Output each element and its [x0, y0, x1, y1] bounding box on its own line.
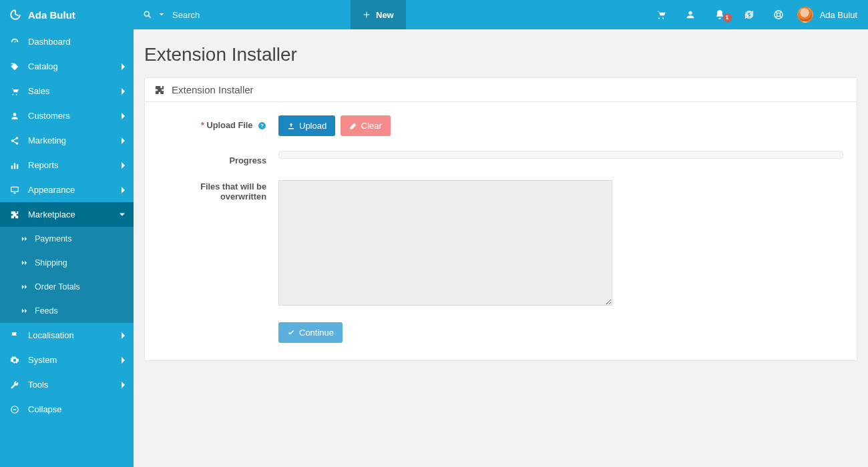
sidebar-item-customers[interactable]: Customers: [0, 103, 134, 128]
overwrite-label: Files that will be overwritten: [158, 180, 278, 201]
topbar-icons: 1: [646, 0, 793, 29]
upload-button[interactable]: Upload: [278, 115, 335, 136]
sidebar-submenu-marketplace: Payments Shipping Order Totals Feeds: [0, 227, 134, 323]
refresh-icon: [744, 9, 754, 20]
shopping-cart-icon: [656, 9, 666, 20]
check-icon: [287, 329, 295, 337]
notifications-button[interactable]: 1: [705, 9, 734, 20]
new-button[interactable]: New: [351, 0, 406, 29]
chevron-right-icon: [120, 332, 126, 340]
sidebar-item-label: System: [28, 355, 57, 365]
sidebar: Ada Bulut Dashboard Catalog Sales Custom…: [0, 0, 134, 467]
chevron-right-icon: [120, 161, 126, 169]
life-ring-icon: [773, 9, 784, 20]
sidebar-item-collapse[interactable]: Collapse: [0, 397, 134, 422]
sidebar-subitem-feeds[interactable]: Feeds: [0, 299, 134, 323]
sidebar-item-label: Reports: [28, 160, 59, 170]
new-button-label: New: [376, 10, 394, 20]
profile-button[interactable]: [676, 9, 705, 20]
double-chevron-icon: [21, 284, 28, 290]
svg-rect-5: [17, 164, 18, 169]
user-menu[interactable]: Ada Bulut: [793, 0, 868, 29]
clear-button-label: Clear: [361, 121, 382, 131]
upload-button-label: Upload: [299, 121, 327, 131]
sidebar-item-marketing[interactable]: Marketing: [0, 128, 134, 153]
puzzle-icon: [154, 85, 165, 95]
svg-point-8: [144, 11, 149, 16]
eraser-icon: [349, 122, 357, 130]
puzzle-icon: [9, 210, 20, 219]
sidebar-item-label: Tools: [28, 380, 48, 390]
sidebar-subitem-label: Order Totals: [35, 282, 80, 292]
page-title: Extension Installer: [144, 44, 857, 65]
topbar: New 1 Ada Bulut: [134, 0, 868, 29]
brand-name: Ada Bulut: [28, 9, 75, 21]
svg-point-10: [777, 13, 780, 16]
sidebar-item-label: Appearance: [28, 185, 75, 195]
svg-rect-4: [14, 163, 15, 169]
cart-icon: [9, 87, 20, 96]
search-area: [134, 0, 351, 29]
sidebar-subitem-label: Feeds: [35, 306, 58, 316]
panel-heading: Extension Installer: [145, 78, 857, 102]
sidebar-item-marketplace[interactable]: Marketplace: [0, 202, 134, 227]
sidebar-nav: Dashboard Catalog Sales Customers Market…: [0, 29, 134, 422]
clear-button[interactable]: Clear: [341, 115, 391, 136]
continue-button-label: Continue: [299, 328, 334, 338]
help-icon[interactable]: ?: [258, 121, 266, 130]
wrench-icon: [9, 380, 20, 390]
double-chevron-icon: [21, 236, 28, 242]
sidebar-subitem-label: Shipping: [35, 258, 67, 268]
sidebar-subitem-payments[interactable]: Payments: [0, 227, 134, 251]
double-chevron-icon: [21, 260, 28, 266]
sidebar-subitem-order-totals[interactable]: Order Totals: [0, 275, 134, 299]
dashboard-icon: [9, 37, 20, 47]
plus-icon: [363, 11, 371, 19]
bar-chart-icon: [9, 161, 20, 170]
sidebar-item-tools[interactable]: Tools: [0, 372, 134, 397]
tag-icon: [9, 62, 20, 71]
double-chevron-icon: [21, 308, 28, 314]
upload-icon: [287, 122, 295, 130]
user-name: Ada Bulut: [820, 10, 857, 20]
sidebar-item-label: Sales: [28, 86, 50, 96]
sidebar-item-reports[interactable]: Reports: [0, 153, 134, 177]
chevron-down-icon: [119, 211, 126, 218]
sidebar-subitem-shipping[interactable]: Shipping: [0, 251, 134, 275]
collapse-icon: [9, 405, 20, 414]
chevron-right-icon: [120, 112, 126, 120]
sidebar-item-system[interactable]: System: [0, 348, 134, 372]
sidebar-item-label: Dashboard: [28, 37, 71, 47]
svg-rect-3: [11, 165, 13, 169]
sidebar-item-dashboard[interactable]: Dashboard: [0, 29, 134, 54]
refresh-button[interactable]: [734, 9, 764, 20]
search-input[interactable]: [171, 9, 318, 21]
search-scope-dropdown[interactable]: [159, 12, 164, 17]
sidebar-item-sales[interactable]: Sales: [0, 79, 134, 103]
user-icon: [9, 111, 20, 121]
progress-label: Progress: [158, 151, 278, 165]
svg-rect-6: [11, 187, 19, 191]
search-icon[interactable]: [143, 10, 152, 19]
notification-badge: 1: [723, 13, 732, 22]
sidebar-item-label: Marketplace: [28, 209, 75, 219]
continue-button[interactable]: Continue: [278, 322, 343, 343]
cart-button[interactable]: [646, 9, 676, 20]
monitor-icon: [9, 185, 20, 195]
sidebar-item-localisation[interactable]: Localisation: [0, 323, 134, 348]
progress-bar: [278, 151, 843, 159]
help-button[interactable]: [764, 9, 793, 20]
chevron-right-icon: [120, 87, 126, 95]
brand[interactable]: Ada Bulut: [0, 0, 134, 29]
share-icon: [9, 136, 20, 145]
sidebar-item-catalog[interactable]: Catalog: [0, 54, 134, 79]
sidebar-item-label: Customers: [28, 111, 70, 121]
sidebar-subitem-label: Payments: [35, 234, 72, 244]
upload-file-label: * Upload File ?: [158, 115, 278, 130]
required-marker: *: [201, 120, 204, 130]
panel-extension-installer: Extension Installer * Upload File ? Uplo…: [144, 77, 857, 361]
overwrite-textarea[interactable]: [278, 180, 612, 306]
sidebar-item-appearance[interactable]: Appearance: [0, 177, 134, 202]
chevron-right-icon: [120, 137, 126, 145]
chevron-right-icon: [120, 63, 126, 71]
